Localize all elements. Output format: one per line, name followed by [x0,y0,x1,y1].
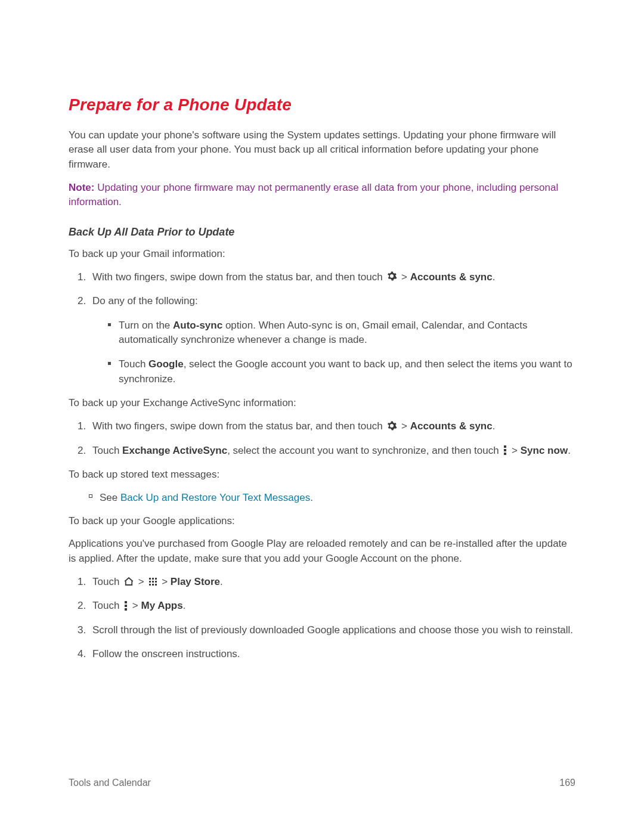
apps-icon [148,577,157,586]
gapps-step1-pre: Touch [92,576,122,587]
gmail-step1-end: . [493,271,496,283]
gapps-step1-bold: Play Store [171,576,220,587]
menu-icon [123,600,128,611]
eas-step1-end: . [493,420,496,432]
gmail-step-2: Do any of the following: Turn on the Aut… [89,294,575,386]
page-title: Prepare for a Phone Update [69,93,575,117]
eas-step1-gt: > [398,420,410,432]
gapps-step2-end: . [183,600,186,611]
eas-intro: To back up your Exchange ActiveSync info… [69,396,575,411]
page-footer: Tools and Calendar 169 [69,776,575,789]
footer-page-number: 169 [559,776,575,789]
gmail-b1-pre: Turn on the [119,320,173,331]
eas-steps: With two fingers, swipe down from the st… [69,419,575,458]
gapps-step-3: Scroll through the list of previously do… [89,623,575,638]
gapps-step2-pre: Touch [92,600,122,611]
gear-icon [386,271,397,281]
eas-step-2: Touch Exchange ActiveSync, select the ac… [89,444,575,459]
gapps-step2-gt: > [129,600,141,611]
sms-bullet: See Back Up and Restore Your Text Messag… [89,491,575,506]
gapps-step-4: Follow the onscreen instructions. [89,647,575,662]
gmail-b2-post: , select the Google account you want to … [119,358,572,385]
gapps-step-2: Touch > My Apps. [89,599,575,614]
gear-icon [386,420,397,431]
footer-section: Tools and Calendar [69,776,151,789]
note-label: Note: [69,182,94,193]
gmail-steps: With two fingers, swipe down from the st… [69,270,575,387]
gmail-sub-bullets: Turn on the Auto-sync option. When Auto-… [92,318,575,387]
gmail-step1-bold: Accounts & sync [410,271,493,283]
sms-backup-link[interactable]: Back Up and Restore Your Text Messages [120,492,310,503]
gapps-step1-gt2: > [159,576,170,587]
gapps-step1-end: . [220,576,223,587]
gmail-b2-bold: Google [148,358,184,370]
eas-step2-mid: , select the account you want to synchro… [227,445,501,456]
home-icon [123,577,134,586]
eas-step-1: With two fingers, swipe down from the st… [89,419,575,434]
gapps-step-1: Touch > > Play Store. [89,575,575,590]
note-paragraph: Note: Updating your phone firmware may n… [69,181,575,210]
gapps-paragraph: Applications you've purchased from Googl… [69,537,575,566]
eas-step2-bold2: Sync now [521,445,568,456]
gmail-bullet-autosync: Turn on the Auto-sync option. When Auto-… [108,318,575,348]
note-body: Updating your phone firmware may not per… [69,182,558,208]
gmail-intro: To back up your Gmail information: [69,247,575,262]
eas-step1-bold: Accounts & sync [410,420,493,432]
gmail-step2-text: Do any of the following: [92,295,198,306]
gapps-step1-gt1: > [135,576,147,587]
sms-bullet-end: . [310,492,313,503]
sms-bullet-pre: See [100,492,120,503]
gmail-b1-bold: Auto-sync [173,320,222,331]
eas-step1-pre: With two fingers, swipe down from the st… [92,420,385,432]
eas-step2-gt: > [509,445,520,456]
gmail-b2-pre: Touch [119,358,148,370]
sms-intro: To back up stored text messages: [69,467,575,482]
gmail-step1-pre: With two fingers, swipe down from the st… [92,271,385,283]
gapps-intro: To back up your Google applications: [69,514,575,529]
eas-step2-bold1: Exchange ActiveSync [122,445,227,456]
gmail-step1-gt: > [398,271,410,283]
eas-step2-pre: Touch [92,445,122,456]
intro-paragraph: You can update your phone's software usi… [69,128,575,172]
gmail-bullet-google: Touch Google, select the Google account … [108,357,575,386]
eas-step2-end: . [568,445,571,456]
subheading-backup: Back Up All Data Prior to Update [69,224,575,240]
gapps-step2-bold: My Apps [141,600,182,611]
sms-bullets: See Back Up and Restore Your Text Messag… [69,491,575,506]
gmail-step-1: With two fingers, swipe down from the st… [89,270,575,285]
menu-icon [503,445,507,456]
page-content: Prepare for a Phone Update You can updat… [0,0,644,662]
gapps-steps: Touch > > Play Store. Touch > My Apps. S… [69,575,575,662]
